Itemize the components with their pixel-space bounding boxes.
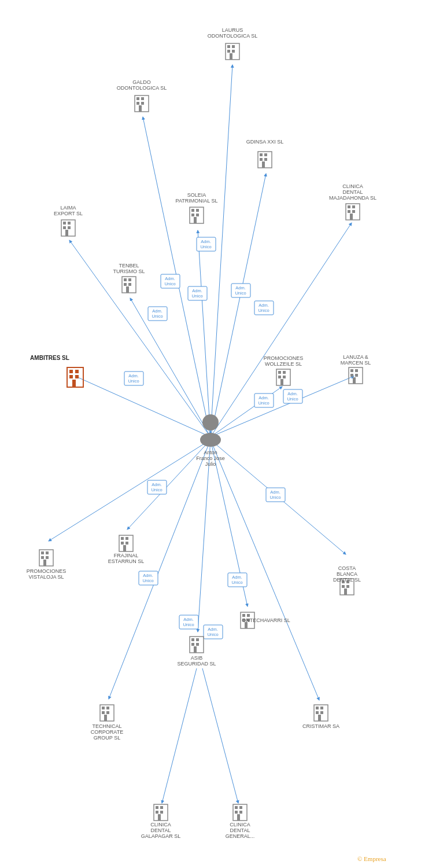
svg-text:COSTA: COSTA [338, 565, 356, 571]
svg-text:PATRIMONIAL SL: PATRIMONIAL SL [176, 198, 218, 204]
svg-line-10 [49, 440, 211, 541]
svg-text:GDINSA XXI SL: GDINSA XXI SL [246, 139, 284, 145]
svg-text:LAIMA: LAIMA [60, 205, 76, 211]
svg-text:Franco Jose: Franco Jose [196, 455, 225, 461]
svg-text:BLANCA: BLANCA [337, 571, 357, 577]
svg-text:Adm.: Adm. [128, 373, 139, 378]
svg-text:MAJADAHONDA SL: MAJADAHONDA SL [329, 195, 376, 201]
svg-rect-81 [141, 102, 144, 105]
svg-text:Adm.: Adm. [201, 239, 211, 244]
svg-rect-167 [342, 585, 345, 588]
svg-text:Unico: Unico [235, 290, 246, 296]
svg-text:CORPORATE: CORPORATE [91, 729, 123, 735]
svg-rect-134 [283, 371, 286, 374]
svg-rect-216 [235, 811, 238, 814]
svg-rect-97 [264, 158, 267, 161]
svg-text:GALAPAGAR SL: GALAPAGAR SL [141, 833, 180, 839]
svg-text:DENTAL SL: DENTAL SL [333, 577, 361, 583]
node-clinica-galapagar: CLINICA DENTAL GALAPAGAR SL [141, 804, 180, 839]
svg-text:Unico: Unico [231, 580, 242, 585]
svg-rect-118 [124, 278, 127, 281]
svg-text:Unico: Unico [258, 308, 269, 313]
svg-text:DENTAL: DENTAL [230, 827, 250, 833]
svg-rect-98 [262, 161, 265, 168]
svg-text:DENTAL: DENTAL [151, 827, 171, 833]
svg-rect-182 [242, 614, 245, 617]
svg-text:Adm.: Adm. [183, 617, 194, 622]
node-clinica-maj: CLINICA DENTAL MAJADAHONDA SL [329, 183, 376, 220]
svg-text:CLINICA: CLINICA [230, 822, 250, 827]
svg-rect-82 [139, 105, 142, 112]
svg-rect-183 [247, 614, 250, 617]
svg-rect-121 [128, 283, 131, 286]
svg-text:Unico: Unico [164, 281, 175, 286]
svg-rect-177 [196, 643, 199, 646]
svg-text:ASIB: ASIB [191, 655, 203, 661]
svg-text:GALDO: GALDO [132, 79, 151, 85]
svg-text:WOLLZEILE SL: WOLLZEILE SL [265, 361, 302, 367]
svg-rect-190 [106, 707, 109, 709]
node-ambitres: AMBITRES SL [30, 355, 83, 387]
node-cristimar: CRISTIMAR SA [302, 705, 339, 729]
svg-rect-158 [125, 537, 128, 540]
svg-rect-209 [158, 814, 161, 821]
svg-text:CLINICA: CLINICA [150, 822, 171, 827]
svg-rect-130 [72, 380, 76, 387]
svg-rect-135 [278, 376, 281, 378]
svg-text:SEGURIDAD SL: SEGURIDAD SL [177, 661, 216, 667]
svg-rect-113 [196, 214, 199, 216]
svg-rect-94 [260, 153, 263, 156]
svg-rect-144 [355, 374, 358, 377]
svg-rect-189 [102, 707, 105, 709]
svg-rect-72 [227, 50, 230, 53]
node-soleia: SOLEIA PATRIMONIAL SL [176, 192, 218, 223]
svg-text:SOLEIA: SOLEIA [187, 192, 206, 198]
svg-rect-79 [141, 97, 144, 100]
node-costa-blanca: COSTA BLANCA DENTAL SL [333, 565, 361, 595]
svg-line-6 [130, 298, 211, 437]
svg-rect-145 [353, 377, 356, 384]
svg-text:Adm.: Adm. [232, 575, 242, 580]
node-tenbel: TENBEL TURISMO SL [113, 263, 145, 293]
svg-rect-88 [63, 226, 66, 229]
svg-rect-201 [320, 711, 323, 714]
svg-rect-208 [160, 811, 163, 814]
corporate-graph: Adm. Unico Adm. Unico Adm. Unico Adm. Un… [0, 0, 421, 868]
svg-rect-214 [235, 806, 238, 809]
svg-text:DENTAL: DENTAL [343, 189, 363, 195]
svg-line-11 [127, 440, 211, 529]
svg-text:Unico: Unico [207, 632, 218, 637]
svg-rect-101 [348, 205, 350, 208]
svg-rect-215 [239, 806, 242, 809]
svg-rect-103 [348, 210, 350, 213]
svg-line-17 [162, 668, 197, 803]
svg-rect-102 [352, 205, 355, 208]
svg-rect-176 [191, 643, 194, 646]
svg-text:ONTECHAVARRI SL: ONTECHAVARRI SL [242, 617, 290, 623]
svg-rect-111 [196, 209, 199, 212]
svg-text:TECHNICAL: TECHNICAL [92, 723, 121, 729]
svg-rect-205 [156, 806, 158, 809]
svg-rect-152 [46, 556, 49, 559]
svg-rect-74 [230, 53, 232, 60]
svg-rect-119 [128, 278, 131, 281]
node-gdinsa: GDINSA XXI SL [246, 139, 284, 168]
svg-rect-161 [123, 545, 126, 551]
svg-text:CLINICA: CLINICA [342, 183, 363, 189]
svg-rect-206 [160, 806, 163, 809]
svg-text:Adm.: Adm. [287, 391, 298, 396]
svg-text:Unico: Unico [258, 400, 269, 406]
node-wollzeile: PROMOCIONES WOLLZEILE SL [264, 355, 304, 385]
svg-point-64 [202, 414, 219, 431]
svg-text:PROMOCIONES: PROMOCIONES [27, 568, 67, 574]
svg-rect-70 [227, 45, 230, 48]
svg-text:Adm.: Adm. [143, 573, 153, 578]
svg-line-13 [198, 440, 211, 632]
svg-rect-143 [350, 374, 353, 377]
svg-text:ODONTOLOGICA SL: ODONTOLOGICA SL [208, 33, 257, 39]
svg-text:Adm.: Adm. [152, 482, 162, 487]
svg-rect-114 [194, 217, 197, 223]
node-asib: ASIB SEGURIDAD SL [177, 637, 216, 667]
svg-rect-207 [156, 811, 158, 814]
svg-rect-80 [136, 102, 139, 105]
